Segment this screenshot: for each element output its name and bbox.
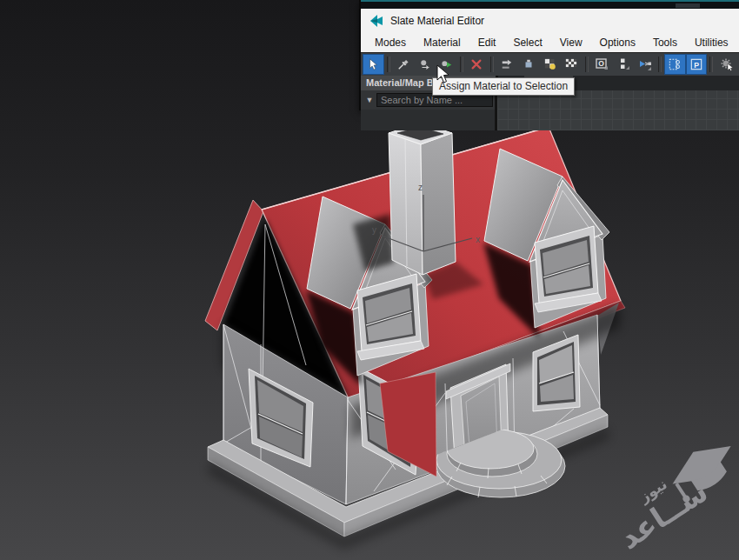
tooltip: Assign Material to Selection bbox=[432, 77, 575, 96]
3ds-max-logo-icon bbox=[370, 14, 383, 28]
toolbar-separator bbox=[585, 57, 589, 72]
layout-children-icon bbox=[638, 57, 652, 71]
house-model[interactable]: z x y bbox=[205, 123, 625, 550]
chimney[interactable] bbox=[389, 123, 456, 275]
menu-utilities[interactable]: Utilities bbox=[686, 37, 737, 49]
delete-selected-button[interactable] bbox=[467, 55, 487, 74]
layout-all-vertical-button[interactable] bbox=[613, 55, 633, 74]
toolbar-separator bbox=[490, 57, 494, 72]
mouse-cursor bbox=[436, 64, 449, 85]
toolbar-separator bbox=[709, 57, 713, 72]
toolbar-separator bbox=[460, 57, 463, 72]
hide-unused-nodeslots-button[interactable] bbox=[518, 55, 538, 74]
material-map-browser-panel: ▼ bbox=[361, 90, 497, 130]
checker-icon bbox=[565, 58, 577, 70]
layout-vertical-icon bbox=[616, 57, 630, 71]
menubar: Modes Material Edit Select View Options … bbox=[361, 33, 739, 52]
axis-label-z: z bbox=[418, 183, 423, 192]
show-background-button[interactable] bbox=[562, 55, 582, 74]
move-arrow-icon bbox=[501, 58, 513, 70]
axis-label-x: x bbox=[476, 235, 480, 244]
red-x-icon bbox=[470, 58, 483, 70]
menu-view[interactable]: View bbox=[551, 37, 591, 49]
search-filter-dropdown[interactable]: ▼ bbox=[363, 93, 376, 107]
dashed-region-icon bbox=[669, 58, 681, 70]
axis-label-y: y bbox=[372, 225, 376, 235]
toolbar: O P bbox=[361, 52, 739, 76]
pick-material-button[interactable] bbox=[394, 55, 414, 74]
menu-tools[interactable]: Tools bbox=[644, 37, 686, 49]
eyedropper-icon bbox=[397, 58, 409, 70]
menu-options[interactable]: Options bbox=[591, 37, 644, 49]
select-arrow-icon bbox=[367, 58, 379, 70]
zoom-settings-button[interactable] bbox=[716, 55, 736, 74]
titlebar[interactable]: Slate Material Editor bbox=[361, 9, 739, 33]
material-id-icon: O bbox=[595, 57, 609, 71]
svg-text:P: P bbox=[694, 61, 699, 70]
gear-cursor-icon bbox=[720, 57, 734, 71]
select-tool-button[interactable] bbox=[363, 55, 383, 74]
select-region-button[interactable] bbox=[665, 55, 685, 74]
menu-select[interactable]: Select bbox=[504, 37, 550, 49]
nodeslot-bucket-icon bbox=[523, 58, 535, 70]
pan-p-icon: P bbox=[690, 58, 702, 70]
pan-tool-button[interactable]: P bbox=[687, 55, 707, 74]
material-id-channel-button[interactable]: O bbox=[592, 55, 612, 74]
window-top-strip bbox=[361, 0, 739, 9]
menu-modes[interactable]: Modes bbox=[366, 37, 415, 49]
checker-sphere-icon bbox=[544, 58, 556, 70]
move-children-button[interactable] bbox=[497, 55, 517, 74]
node-view-area[interactable] bbox=[497, 90, 739, 130]
toolbar-separator bbox=[387, 57, 390, 72]
menu-material[interactable]: Material bbox=[415, 37, 469, 49]
svg-text:O: O bbox=[598, 59, 604, 68]
browser-list-area[interactable] bbox=[361, 110, 495, 130]
window-title: Slate Material Editor bbox=[390, 15, 484, 27]
toolbar-separator bbox=[658, 57, 662, 72]
layout-children-button[interactable] bbox=[635, 55, 655, 74]
sphere-arrow-icon bbox=[419, 58, 431, 70]
menu-edit[interactable]: Edit bbox=[469, 37, 505, 49]
show-shaded-material-button[interactable] bbox=[540, 55, 560, 74]
put-material-to-scene-button[interactable] bbox=[415, 55, 435, 74]
